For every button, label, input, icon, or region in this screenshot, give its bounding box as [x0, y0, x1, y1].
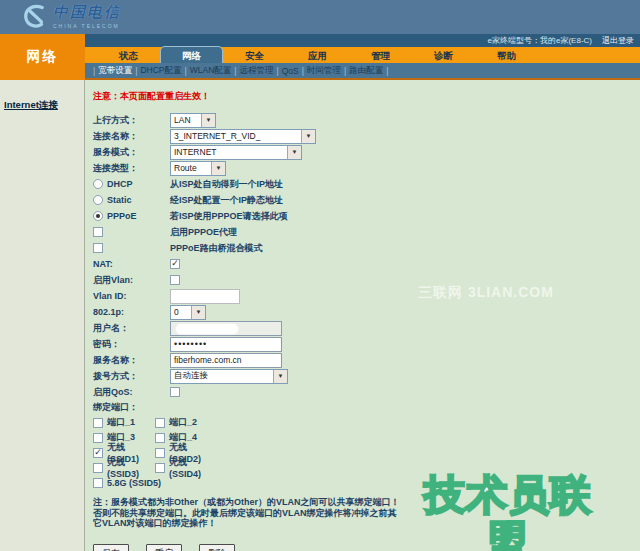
brand-name-cn: 中国电信: [53, 3, 121, 22]
delete-button[interactable]: 删除: [199, 544, 235, 551]
subnav-remote-mgmt[interactable]: 远程管理: [240, 65, 274, 77]
nat-label: NAT:: [93, 259, 170, 269]
tab-status[interactable]: 状态: [97, 49, 160, 63]
tab-network[interactable]: 网络: [160, 46, 223, 63]
vlan-note-line1: 注：服务模式都为非Other（或都为Other）的VLAN之间可以共享绑定端口！: [93, 497, 413, 508]
sub-nav: | 宽带设置 | DHCP配置 | WLAN配置 | 远程管理 | QoS | …: [85, 63, 640, 78]
service-name-label: 服务名称：: [93, 354, 170, 367]
ssid5-checkbox[interactable]: [93, 478, 103, 488]
tab-help[interactable]: 帮助: [475, 49, 538, 63]
nat-checkbox[interactable]: [170, 259, 180, 269]
pppoe-bridge-checkbox[interactable]: [93, 243, 103, 253]
bind-port-row-1: 端口_1 端口_2: [93, 415, 640, 430]
reboot-button[interactable]: 重启: [146, 544, 182, 551]
pppoe-bridge-label: PPPoE路由桥混合模式: [170, 242, 263, 255]
conn-name-select[interactable]: 3_INTERNET_R_VID_▼: [170, 129, 316, 144]
uplink-value: LAN: [174, 115, 191, 125]
service-mode-value: INTERNET: [174, 147, 217, 157]
form-row-8021p: 802.1p: 0▼: [93, 304, 640, 320]
chevron-down-icon: ▼: [273, 370, 287, 383]
8021p-select[interactable]: 0▼: [170, 305, 206, 320]
restart-notice: 注意：本页面配置重启生效！: [93, 90, 640, 103]
vlan-note-line2: 否则不能共享绑定端口。此时最后绑定该端口的VLAN绑定操作将冲掉之前其: [93, 508, 413, 519]
qos-checkbox[interactable]: [170, 387, 180, 397]
password-input[interactable]: ••••••••: [170, 337, 282, 352]
pppoe-desc: 若ISP使用PPPOE请选择此项: [170, 210, 288, 223]
tab-management[interactable]: 管理: [349, 49, 412, 63]
subnav-route-config[interactable]: 路由配置: [349, 65, 383, 77]
router-admin-page: 中国电信 CHINA TELECOM 网络 e家终端型号：我的e家(E8-C) …: [0, 0, 640, 551]
port2-label: 端口_2: [169, 416, 197, 429]
separator: |: [386, 66, 388, 76]
service-mode-label: 服务模式：: [93, 146, 170, 159]
static-radio[interactable]: [93, 195, 103, 205]
service-name-value: fiberhome.com.cn: [174, 355, 242, 365]
separator: |: [234, 66, 236, 76]
subnav-time-mgmt[interactable]: 时间管理: [307, 65, 341, 77]
ssid4-checkbox[interactable]: [155, 463, 165, 473]
sidebar-item-internet-connection[interactable]: Internet连接: [4, 99, 58, 110]
china-telecom-logo-icon: [22, 3, 48, 29]
form-row-vlan-enable: 启用Vlan:: [93, 272, 640, 288]
form-row-username: 用户名：: [93, 320, 640, 336]
subnav-broadband-settings[interactable]: 宽带设置: [98, 65, 132, 77]
service-name-input[interactable]: fiberhome.com.cn: [170, 353, 282, 368]
ssid4-label: 无线(SSID4): [169, 456, 217, 479]
dial-mode-select[interactable]: 自动连接▼: [170, 369, 288, 384]
dial-mode-value: 自动连接: [174, 370, 208, 382]
conn-name-label: 连接名称：: [93, 130, 170, 143]
bind-port-row-4: 无线(SSID3) 无线(SSID4): [93, 460, 640, 475]
main-content: 注意：本页面配置重启生效！ 上行方式： LAN▼ 连接名称： 3_INTERNE…: [85, 80, 640, 551]
vlan-id-input[interactable]: [170, 289, 240, 304]
form-row-conn-name: 连接名称： 3_INTERNET_R_VID_▼: [93, 128, 640, 144]
main-nav-tabs: 状态 网络 安全 应用 管理 诊断 帮助: [85, 47, 640, 63]
8021p-label: 802.1p:: [93, 307, 170, 317]
form-row-bind-port-title: 绑定端口：: [93, 400, 640, 415]
service-mode-select[interactable]: INTERNET▼: [170, 145, 302, 160]
tab-security[interactable]: 安全: [223, 49, 286, 63]
conn-type-value: Route: [174, 163, 197, 173]
port2-checkbox[interactable]: [155, 418, 165, 428]
static-desc: 经ISP处配置一个IP静态地址: [170, 194, 283, 207]
header-top-band: 中国电信 CHINA TELECOM: [0, 0, 640, 34]
dhcp-desc: 从ISP处自动得到一个IP地址: [170, 178, 283, 191]
chevron-down-icon: ▼: [301, 130, 315, 143]
brand-name-en: CHINA TELECOM: [53, 23, 121, 29]
conn-type-select[interactable]: Route▼: [170, 161, 226, 176]
pppoe-proxy-checkbox[interactable]: [93, 227, 103, 237]
form-row-pppoe: PPPoE 若ISP使用PPPOE请选择此项: [93, 208, 640, 224]
ssid5-label: 5.8G (SSID5): [107, 478, 161, 488]
subnav-wlan-config[interactable]: WLAN配置: [190, 65, 232, 77]
pppoe-radio[interactable]: [93, 211, 103, 221]
port1-checkbox[interactable]: [93, 418, 103, 428]
header: 中国电信 CHINA TELECOM 网络 e家终端型号：我的e家(E8-C) …: [0, 0, 640, 80]
pppoe-proxy-label: 启用PPPOE代理: [170, 226, 237, 239]
8021p-value: 0: [174, 307, 179, 317]
action-buttons: 保存 重启 删除: [93, 544, 640, 551]
save-button[interactable]: 保存: [93, 544, 129, 551]
vlan-note: 注：服务模式都为非Other（或都为Other）的VLAN之间可以共享绑定端口！…: [93, 497, 413, 529]
subnav-dhcp-config[interactable]: DHCP配置: [140, 65, 181, 77]
section-title: 网络: [27, 48, 59, 66]
ssid3-label: 无线(SSID3): [107, 456, 155, 479]
dhcp-radio[interactable]: [93, 179, 103, 189]
header-right: e家终端型号：我的e家(E8-C) 退出登录 状态 网络 安全 应用 管理 诊断…: [85, 34, 640, 80]
ssid3-checkbox[interactable]: [93, 463, 103, 473]
logout-link[interactable]: 退出登录: [602, 35, 634, 46]
username-input[interactable]: [170, 321, 282, 336]
qos-label: 启用QoS:: [93, 386, 170, 399]
vlan-enable-checkbox[interactable]: [170, 275, 180, 285]
tab-application[interactable]: 应用: [286, 49, 349, 63]
body: Internet连接 注意：本页面配置重启生效！ 上行方式： LAN▼ 连接名称…: [0, 80, 640, 551]
tab-diagnosis[interactable]: 诊断: [412, 49, 475, 63]
uplink-label: 上行方式：: [93, 114, 170, 127]
form-row-dial-mode: 拨号方式： 自动连接▼: [93, 368, 640, 384]
port1-label: 端口_1: [107, 416, 135, 429]
form-row-conn-type: 连接类型： Route▼: [93, 160, 640, 176]
form-row-pppoe-proxy: 启用PPPOE代理: [93, 224, 640, 240]
form-row-service-name: 服务名称： fiberhome.com.cn: [93, 352, 640, 368]
form-row-vlan-id: Vlan ID:: [93, 288, 640, 304]
uplink-select[interactable]: LAN▼: [170, 113, 216, 128]
subnav-qos[interactable]: QoS: [282, 66, 299, 76]
section-title-block: 网络: [0, 34, 85, 80]
